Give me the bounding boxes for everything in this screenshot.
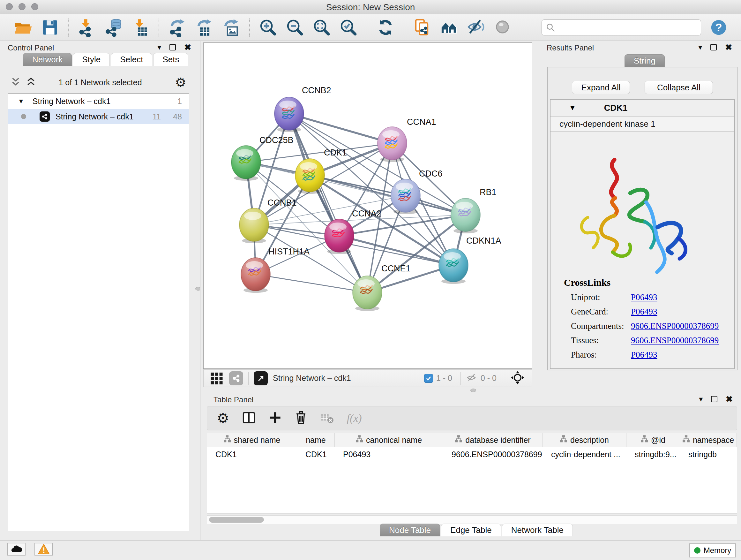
table-cell[interactable]: stringdb — [680, 447, 737, 461]
network-node-HIST1H1A[interactable] — [241, 258, 270, 293]
tab-edge-table[interactable]: Edge Table — [441, 523, 501, 537]
column-header-shared-name[interactable]: shared name — [207, 433, 297, 447]
tab-network[interactable]: Network — [23, 53, 72, 66]
toolbar-search[interactable] — [542, 19, 701, 36]
network-node-CDC25B[interactable] — [231, 145, 261, 181]
selected-nodes-checkbox[interactable] — [424, 374, 433, 383]
results-panel-float-icon[interactable] — [711, 44, 717, 51]
crosslink-label: Uniprot: — [571, 293, 631, 302]
column-header-description[interactable]: description — [543, 433, 626, 447]
tab-node-table[interactable]: Node Table — [380, 523, 440, 537]
table-row[interactable]: CDK1CDK1P064939606.ENSP00000378699cyclin… — [207, 447, 737, 461]
export-image-icon[interactable] — [222, 18, 240, 37]
add-column-icon[interactable] — [269, 411, 281, 425]
birds-eye-view-icon[interactable] — [254, 371, 268, 385]
network-node-CCNA2[interactable] — [325, 219, 354, 254]
table-panel-close-icon[interactable]: ✖ — [726, 396, 733, 402]
control-panel-close-icon[interactable]: ✖ — [184, 44, 191, 51]
network-edge[interactable] — [310, 175, 466, 215]
network-node-CCNB2[interactable] — [274, 97, 304, 132]
import-network-icon[interactable] — [77, 18, 96, 37]
duplicate-network-icon[interactable] — [413, 18, 432, 37]
control-panel-collapse-icon[interactable]: ▾ — [157, 44, 161, 51]
export-table-icon[interactable] — [195, 18, 213, 37]
network-edge[interactable] — [254, 225, 454, 265]
table-cell[interactable]: P06493 — [335, 447, 443, 461]
warning-status-button[interactable] — [35, 543, 53, 556]
open-session-icon[interactable] — [14, 18, 32, 37]
collapse-all-button[interactable]: Collapse All — [645, 81, 713, 94]
column-header-name[interactable]: name — [297, 433, 335, 447]
network-canvas[interactable]: CCNB2CCNA1CDC25BCDK1CDC6RB1CCNB1CCNA2CDK… — [203, 43, 532, 369]
search-input[interactable] — [555, 23, 692, 32]
tab-string[interactable]: String — [624, 54, 665, 67]
results-panel-close-icon[interactable]: ✖ — [725, 44, 732, 51]
table-cell[interactable]: stringdb:9... — [626, 447, 680, 461]
scrollbar-thumb[interactable] — [209, 517, 264, 523]
show-columns-icon[interactable] — [242, 411, 256, 426]
crosslink-row: Tissues:9606.ENSP00000378699 — [571, 335, 734, 346]
network-node-CCNB1[interactable] — [239, 208, 269, 243]
network-node-RB1[interactable] — [451, 198, 480, 233]
crosslink-link[interactable]: P06493 — [631, 350, 657, 360]
selected-count: 1 - 0 — [436, 374, 452, 383]
network-edge[interactable] — [256, 274, 367, 293]
network-row[interactable]: String Network – cdk1 11 48 — [8, 109, 189, 124]
network-share-view-icon[interactable] — [229, 371, 243, 385]
grid-view-icon[interactable] — [210, 371, 223, 386]
table-cell[interactable]: CDK1 — [297, 447, 335, 461]
collection-expand-icon[interactable]: ▼ — [18, 98, 24, 105]
toggle-graphics-details-icon[interactable] — [494, 18, 512, 37]
crosslink-link[interactable]: 9606.ENSP00000378699 — [631, 335, 719, 346]
tab-style[interactable]: Style — [73, 53, 110, 66]
toolbar-separator — [505, 372, 505, 385]
table-cell[interactable]: 9606.ENSP00000378699 — [443, 447, 543, 461]
network-node-CCNA1[interactable] — [378, 127, 407, 162]
crosslink-link[interactable]: P06493 — [631, 293, 657, 302]
panel-splitter-handle[interactable] — [470, 388, 476, 392]
network-options-gear-icon[interactable]: ⚙ — [175, 75, 186, 89]
table-cell[interactable]: CDK1 — [207, 447, 297, 461]
first-neighbors-icon[interactable] — [440, 18, 459, 37]
import-network-from-database-icon[interactable] — [105, 18, 123, 37]
control-panel-float-icon[interactable] — [170, 44, 176, 51]
column-header-database-identifier[interactable]: database identifier — [443, 433, 543, 447]
memory-button[interactable]: Memory — [689, 543, 736, 557]
import-table-icon[interactable] — [131, 18, 150, 37]
show-hide-graphics-details-icon[interactable] — [467, 18, 485, 37]
cloud-status-button[interactable] — [7, 543, 25, 556]
table-options-gear-icon[interactable]: ⚙ — [217, 411, 229, 425]
birdseye-toggle-crosshair-icon[interactable] — [510, 370, 525, 386]
network-edge-count: 48 — [173, 112, 182, 121]
results-panel-collapse-icon[interactable]: ▾ — [698, 44, 702, 51]
network-node-CCNE1[interactable] — [353, 276, 382, 311]
column-header-namespace[interactable]: namespace — [680, 433, 737, 447]
zoom-out-icon[interactable] — [286, 18, 304, 37]
column-header--id[interactable]: @id — [626, 433, 680, 447]
delete-column-icon[interactable] — [294, 411, 308, 426]
section-collapse-icon[interactable]: ▼ — [569, 104, 576, 112]
tab-sets[interactable]: Sets — [153, 53, 188, 66]
network-node-CDKN1A[interactable] — [439, 249, 468, 284]
zoom-fit-icon[interactable] — [313, 18, 331, 37]
table-horizontal-scrollbar[interactable] — [207, 515, 737, 524]
table-panel-float-icon[interactable] — [711, 396, 718, 402]
column-header-canonical-name[interactable]: canonical name — [335, 433, 443, 447]
tab-select[interactable]: Select — [111, 53, 152, 66]
tab-network-table[interactable]: Network Table — [502, 523, 573, 537]
export-network-icon[interactable] — [168, 18, 187, 37]
warning-icon — [37, 543, 50, 555]
zoom-in-icon[interactable] — [259, 18, 277, 37]
network-collection-row[interactable]: ▼ String Network – cdk1 1 — [8, 94, 189, 109]
table-panel-collapse-icon[interactable]: ▾ — [699, 396, 703, 402]
expand-all-button[interactable]: Expand All — [572, 81, 630, 94]
help-button[interactable]: ? — [710, 19, 727, 36]
network-node-CDC6[interactable] — [391, 179, 420, 214]
refresh-view-icon[interactable] — [376, 18, 395, 37]
save-session-icon[interactable] — [41, 18, 59, 37]
network-view-toolbar: String Network – cdk1 1 - 0 0 - 0 — [203, 369, 532, 387]
table-cell[interactable]: cyclin-dependent ... — [543, 447, 626, 461]
crosslink-link[interactable]: P06493 — [631, 307, 657, 317]
zoom-selected-icon[interactable] — [339, 18, 358, 37]
crosslink-link[interactable]: 9606.ENSP00000378699 — [631, 321, 719, 331]
